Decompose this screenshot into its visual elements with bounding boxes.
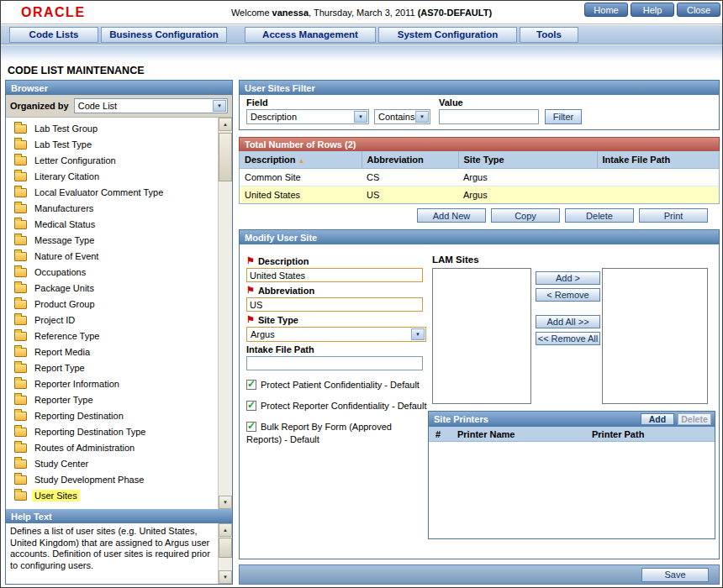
column-header-site-type[interactable]: Site Type xyxy=(458,151,597,168)
welcome-username: vanessa xyxy=(272,8,309,18)
printers-empty-list[interactable] xyxy=(429,442,715,538)
column-header-intake-file-path[interactable]: Intake File Path xyxy=(597,151,719,168)
tree-item[interactable]: Nature of Event xyxy=(6,248,218,264)
tree-item[interactable]: Lab Test Type xyxy=(6,136,218,152)
help-scroll-thumb[interactable] xyxy=(219,538,232,558)
chevron-down-icon: ▼ xyxy=(213,100,226,112)
tree-item[interactable]: Local Evaluator Comment Type xyxy=(6,184,218,200)
printer-delete-button[interactable]: Delete xyxy=(678,413,711,425)
protect-reporter-checkbox[interactable] xyxy=(246,401,256,411)
filter-button[interactable]: Filter xyxy=(545,109,582,124)
add-new-button[interactable]: Add New xyxy=(417,208,486,223)
printer-path-column-header: Printer Path xyxy=(592,429,715,439)
folder-icon xyxy=(14,444,27,453)
tree-item[interactable]: Study Center xyxy=(6,455,218,471)
printer-add-button[interactable]: Add xyxy=(641,413,674,425)
user-sites-filter-section: User Sites Filter Field Value Descriptio… xyxy=(239,80,720,130)
tree-item[interactable]: Medical Status xyxy=(6,216,218,232)
tree-item[interactable]: Occupations xyxy=(6,264,218,280)
scroll-down-icon[interactable]: ▼ xyxy=(219,496,232,509)
printer-number-column-header: # xyxy=(429,429,457,439)
print-button[interactable]: Print xyxy=(639,208,708,223)
save-bar: Save xyxy=(239,564,720,585)
results-section: Total Number of Rows (2) Description▲ Ab… xyxy=(239,137,720,223)
tree-item[interactable]: Message Type xyxy=(6,232,218,248)
tree-item-label: Report Media xyxy=(32,346,92,358)
scroll-up-icon[interactable]: ▲ xyxy=(219,118,232,131)
save-button[interactable]: Save xyxy=(641,568,709,582)
tree-scroll-track xyxy=(219,131,232,496)
tab-tools[interactable]: Tools xyxy=(520,27,578,43)
intake-file-path-field[interactable] xyxy=(246,356,423,370)
tree-item[interactable]: Report Media xyxy=(6,344,218,360)
bulk-report-checkbox[interactable] xyxy=(246,422,256,432)
protect-patient-label: Protect Patient Confidentiality - Defaul… xyxy=(261,380,420,390)
tree-item[interactable]: Study Development Phase xyxy=(6,471,218,487)
tree-item[interactable]: Literary Citation xyxy=(6,168,218,184)
home-button[interactable]: Home xyxy=(584,3,628,17)
tree-item[interactable]: Letter Configuration xyxy=(6,152,218,168)
filter-value-input[interactable] xyxy=(439,109,539,124)
abbreviation-label-row: Abbreviation xyxy=(246,285,430,296)
folder-icon xyxy=(14,188,27,197)
scroll-up-icon[interactable]: ▲ xyxy=(219,523,232,537)
tree-item[interactable]: User Sites xyxy=(6,487,218,503)
modify-body: Description Abbreviation Site Type Argus xyxy=(240,244,719,559)
help-text-content: Defines a list of user sites (e.g. Unite… xyxy=(6,523,218,584)
tree-item[interactable]: Lab Test Group xyxy=(6,120,218,136)
tree-item[interactable]: Product Group xyxy=(6,296,218,312)
tree-item[interactable]: Report Type xyxy=(6,360,218,375)
tab-business-configuration[interactable]: Business Configuration xyxy=(101,27,227,43)
tree-item[interactable]: Manufacturers xyxy=(6,200,218,216)
lam-add-button[interactable]: Add > xyxy=(536,271,600,285)
value-label: Value xyxy=(439,97,463,108)
tree-scrollbar: ▲ ▼ xyxy=(218,118,232,509)
copy-button[interactable]: Copy xyxy=(491,208,560,223)
tree-item[interactable]: Reporting Destination Type xyxy=(6,423,218,439)
lam-sites-available-list[interactable] xyxy=(432,268,531,404)
help-button[interactable]: Help xyxy=(631,3,674,17)
tab-access-management[interactable]: Access Management xyxy=(245,27,376,43)
delete-button[interactable]: Delete xyxy=(565,208,634,223)
site-type-select[interactable]: Argus ▼ xyxy=(246,327,426,342)
filter-field-select[interactable]: Description ▼ xyxy=(246,109,369,124)
tree-item[interactable]: Reference Type xyxy=(6,328,218,344)
tab-system-configuration[interactable]: System Configuration xyxy=(378,27,517,43)
table-row[interactable]: United States US Argus xyxy=(240,186,719,203)
tree-item[interactable]: Reporter Type xyxy=(6,391,218,407)
abbreviation-label: Abbreviation xyxy=(258,286,314,296)
filter-operator-select[interactable]: Contains ▼ xyxy=(374,109,430,124)
tree-item-label: User Sites xyxy=(32,490,80,501)
tree-item[interactable]: Routes of Administration xyxy=(6,439,218,455)
lam-add-all-button[interactable]: Add All >> xyxy=(536,315,600,328)
column-header-abbreviation[interactable]: Abbreviation xyxy=(362,151,458,168)
tree-scroll-thumb[interactable] xyxy=(219,133,232,181)
folder-icon xyxy=(14,300,27,309)
results-actions: Add New Copy Delete Print xyxy=(239,204,720,223)
header-buttons: Home Help Close xyxy=(584,3,720,17)
tree-item[interactable]: Reporter Information xyxy=(6,375,218,391)
required-flag-icon xyxy=(246,314,255,325)
protect-patient-checkbox[interactable] xyxy=(246,380,256,390)
table-row[interactable]: Common Site CS Argus xyxy=(240,168,719,186)
lam-remove-all-button[interactable]: << Remove All xyxy=(536,332,600,345)
organized-by-select[interactable]: Code List ▼ xyxy=(74,98,228,113)
welcome-server: (AS70-DEFAULT) xyxy=(418,8,492,18)
abbreviation-field[interactable] xyxy=(246,297,423,312)
printers-column-headers: # Printer Name Printer Path xyxy=(429,427,715,442)
tree-item[interactable]: Reporting Destination xyxy=(6,407,218,423)
column-header-description[interactable]: Description▲ xyxy=(240,151,362,168)
lam-remove-button[interactable]: < Remove xyxy=(536,288,600,302)
tree-item[interactable]: Project ID xyxy=(6,312,218,328)
scroll-down-icon[interactable]: ▼ xyxy=(219,570,232,584)
tab-code-lists[interactable]: Code Lists xyxy=(9,27,98,43)
folder-icon xyxy=(14,459,27,469)
close-button[interactable]: Close xyxy=(677,3,720,17)
help-scroll-track xyxy=(219,537,232,570)
cell-description: United States xyxy=(240,186,362,203)
tree-item[interactable]: Package Units xyxy=(6,280,218,296)
code-list-maintenance-window: ORACLE Welcome vanessa, Thursday, March … xyxy=(0,0,723,588)
lam-sites-selected-list[interactable] xyxy=(602,268,708,404)
browser-tree-list: Lab Test Group Lab Test Type Letter Conf… xyxy=(6,118,218,509)
description-field[interactable] xyxy=(246,268,423,282)
